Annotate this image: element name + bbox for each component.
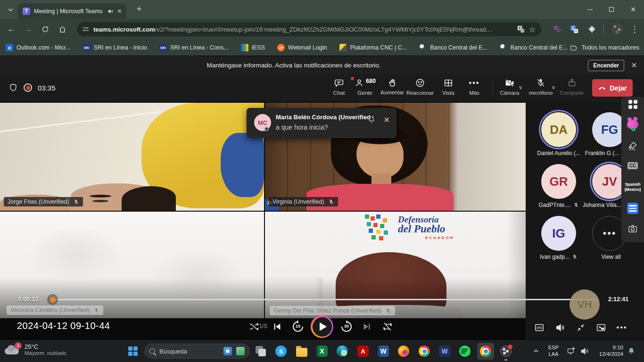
taskbar-app-acrobat[interactable]: A bbox=[356, 345, 370, 358]
highlighter-button[interactable] bbox=[621, 140, 644, 151]
player-scrubber[interactable] bbox=[47, 294, 58, 305]
leave-button[interactable]: Dejar bbox=[592, 79, 633, 97]
repeat-button[interactable] bbox=[381, 320, 394, 333]
sri-favicon-icon: SRI bbox=[83, 44, 91, 51]
video-tile-jorge[interactable] bbox=[0, 103, 264, 211]
address-bar[interactable]: teams.microsoft.com/v2/?meetingjoin=true… bbox=[77, 22, 541, 36]
tab-audio-icon[interactable] bbox=[107, 8, 114, 15]
taskbar-app-word[interactable]: W bbox=[377, 345, 390, 358]
exit-fullscreen-button[interactable] bbox=[575, 321, 587, 334]
recorder-extension-button[interactable] bbox=[621, 120, 644, 129]
notification-close-icon[interactable]: ✕ bbox=[629, 60, 639, 70]
bookmark-outlook[interactable]: oOutlook.com - Micr... bbox=[6, 44, 71, 51]
mic-chevron-icon[interactable]: ∨ bbox=[552, 84, 555, 90]
sri-favicon-icon: SRI bbox=[159, 44, 167, 51]
taskbar-app-spotify[interactable] bbox=[458, 345, 471, 358]
screenshot-button[interactable] bbox=[621, 223, 644, 234]
notes-button[interactable] bbox=[621, 203, 644, 214]
forward-button[interactable]: → bbox=[23, 24, 34, 35]
shuffle-button[interactable] bbox=[248, 320, 261, 333]
bookmark-banco-central-1[interactable]: Banco Central del E... bbox=[419, 44, 487, 51]
avatar-ivan[interactable]: IG bbox=[541, 216, 576, 251]
translate-page-icon[interactable] bbox=[517, 25, 525, 33]
bookmark-star-icon[interactable]: ☆ bbox=[529, 25, 536, 34]
name-label-jorge: Jorge Frias (Unverified) bbox=[4, 197, 83, 206]
extensions-puzzle-icon[interactable] bbox=[586, 24, 597, 35]
closed-captions-button[interactable]: CC bbox=[621, 162, 644, 169]
taskbar-app-chrome-active[interactable] bbox=[479, 345, 492, 358]
player-progress-bar[interactable] bbox=[47, 299, 598, 300]
self-avatar[interactable]: VH bbox=[570, 289, 600, 320]
clock-widget[interactable]: 9:1012/4/2024 bbox=[590, 345, 623, 357]
picture-in-picture-button[interactable] bbox=[595, 321, 607, 334]
reload-button[interactable] bbox=[40, 24, 51, 35]
volume-button[interactable] bbox=[554, 321, 566, 334]
taskbar-app-obs[interactable] bbox=[499, 345, 512, 358]
react-button[interactable]: Reaccionar bbox=[403, 78, 437, 99]
site-info-icon[interactable] bbox=[83, 26, 89, 33]
previous-clip-button[interactable] bbox=[271, 320, 284, 333]
weather-widget[interactable]: 1 25°C Mayorm. nublado bbox=[5, 343, 66, 356]
raise-hand-icon bbox=[388, 78, 397, 88]
home-button[interactable] bbox=[57, 24, 68, 35]
all-bookmarks-button[interactable]: Todos los marcadores bbox=[565, 43, 639, 52]
shield-icon[interactable] bbox=[8, 83, 18, 92]
forward-30-button[interactable]: 30 bbox=[339, 319, 354, 334]
back-button[interactable]: ← bbox=[6, 24, 17, 35]
window-close-button[interactable]: × bbox=[622, 0, 644, 19]
clock-time: 9:10 bbox=[613, 345, 623, 350]
bookmark-sri-consultas[interactable]: SRISRI en Línea - Cons... bbox=[159, 44, 229, 51]
avatar-daniel[interactable]: DA bbox=[541, 112, 576, 147]
weather-temperature: 25°C bbox=[25, 343, 66, 350]
more-button[interactable]: ••• Más bbox=[459, 78, 489, 99]
enable-notifications-button[interactable]: Encender bbox=[588, 60, 624, 71]
window-minimize-button[interactable] bbox=[579, 0, 601, 19]
task-view-button[interactable] bbox=[254, 345, 267, 358]
collapse-icon bbox=[576, 323, 586, 332]
keyboard-language-indicator[interactable]: ESPLAA bbox=[545, 345, 562, 357]
translate-blue-icon[interactable] bbox=[569, 24, 580, 35]
play-button[interactable] bbox=[311, 315, 333, 338]
notification-center-button[interactable] bbox=[627, 340, 636, 362]
taskbar-app-excel[interactable]: X bbox=[315, 345, 329, 358]
taskbar-app-firefox[interactable] bbox=[397, 345, 410, 358]
player-more-button[interactable]: ••• bbox=[616, 321, 628, 334]
new-tab-button[interactable]: + bbox=[133, 3, 145, 15]
browser-menu-kebab-icon[interactable]: ⋮ bbox=[629, 24, 640, 35]
tab-search-chevron-icon[interactable] bbox=[5, 4, 16, 15]
window-controls: × bbox=[579, 0, 644, 19]
rewind-10-button[interactable]: 10 bbox=[290, 319, 305, 334]
taskbar-app-file-explorer[interactable] bbox=[295, 345, 308, 358]
media-device-pink-icon[interactable] bbox=[551, 24, 562, 35]
tray-expand-button[interactable] bbox=[533, 340, 539, 362]
profile-avatar[interactable] bbox=[611, 23, 623, 35]
window-maximize-button[interactable] bbox=[601, 0, 622, 19]
tab-close-icon[interactable]: × bbox=[117, 8, 122, 15]
player-total-duration: 2:12:41 bbox=[608, 296, 628, 303]
taskbar-app-w[interactable]: W bbox=[438, 345, 451, 358]
bookmark-cnc[interactable]: Plataforma CNC | C... bbox=[339, 44, 407, 51]
apps-grid-button[interactable] bbox=[621, 100, 644, 109]
browser-tab[interactable]: T Meeting | Microsoft Teams × bbox=[18, 3, 126, 19]
bookmark-webmail[interactable]: cPWebmail Login bbox=[277, 44, 327, 51]
chat-notification-popup[interactable]: MC Maria Belén Córdova (Unverified) a qu… bbox=[247, 108, 396, 138]
taskbar-app-skype[interactable]: S bbox=[274, 345, 288, 358]
bookmark-banco-central-2[interactable]: Banco Central del E... bbox=[500, 44, 568, 51]
bookmark-iess[interactable]: IESS bbox=[241, 44, 265, 51]
avatar-gadptnte[interactable]: GR bbox=[541, 164, 576, 199]
taskbar-search[interactable]: Búsqueda bbox=[144, 344, 250, 359]
taskbar-app-edge[interactable] bbox=[336, 345, 349, 358]
taskbar-app-chrome[interactable] bbox=[418, 345, 431, 358]
volume-icon bbox=[555, 322, 565, 333]
camera-chevron-icon[interactable]: ∨ bbox=[519, 84, 522, 90]
bookmark-sri-inicio[interactable]: SRISRI en Línea - Inicio bbox=[83, 44, 147, 51]
skip-previous-icon bbox=[272, 321, 282, 332]
volume-tray-button[interactable] bbox=[580, 340, 589, 362]
network-tray-button[interactable] bbox=[567, 340, 576, 362]
start-button[interactable] bbox=[128, 346, 138, 356]
chat-popup-close-icon[interactable]: ✕ bbox=[384, 115, 390, 124]
subtitles-button[interactable] bbox=[533, 321, 545, 334]
iess-favicon-icon bbox=[241, 44, 248, 51]
url-text[interactable]: teams.microsoft.com/v2/?meetingjoin=true… bbox=[93, 26, 513, 33]
mute-notifications-icon[interactable] bbox=[367, 115, 376, 124]
